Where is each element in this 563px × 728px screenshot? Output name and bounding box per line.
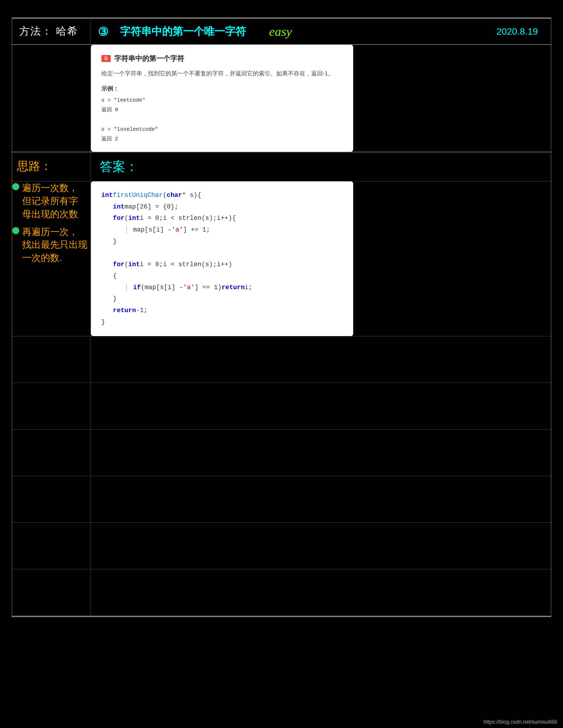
code-for-paren-2: ( xyxy=(124,259,128,271)
code-line-8: │ if (map[s[i] - 'a' ] == 1) return i; xyxy=(101,282,343,294)
example-2-result: 返回 2 xyxy=(101,134,343,144)
problem-card-cell: ☰ 字符串中的第一个字符 给定一个字符串，找到它的第一个不重复的字符，并返回它的… xyxy=(91,45,551,152)
empty-left-6 xyxy=(12,569,91,616)
code-star: * s){ xyxy=(182,190,201,201)
answer-label: 答案： xyxy=(100,158,542,175)
bullet-2 xyxy=(12,227,19,234)
code-line-11: } xyxy=(101,317,343,328)
code-return-i: i; xyxy=(245,282,252,294)
problem-icon: ☰ xyxy=(101,55,111,62)
code-line-empty xyxy=(101,247,343,259)
empty-right-1 xyxy=(91,336,551,383)
section-header-row: 思路： 答案： xyxy=(12,152,551,181)
problem-desc-row: ☰ 字符串中的第一个字符 给定一个字符串，找到它的第一个不重复的字符，并返回它的… xyxy=(12,45,551,152)
empty-left-3 xyxy=(12,430,91,476)
code-line-6: for ( int i = 0;i < strlen(s);i++) xyxy=(101,259,343,271)
page-container: 方法： 哈希 ③ 字符串中的第一个唯一字符 easy 2020.8.19 ☰ xyxy=(0,0,563,728)
code-char-a-1: 'a' xyxy=(172,224,183,236)
problem-card-title: 字符串中的第一个字符 xyxy=(114,53,184,64)
header-row: 方法： 哈希 ③ 字符串中的第一个唯一字符 easy 2020.8.19 xyxy=(12,19,551,45)
method-label: 方法： 哈希 xyxy=(19,24,84,38)
kw-func: firstUniqChar xyxy=(113,190,163,201)
content-row: 遍历一次数，但记录所有字母出现的次数 再遍历一次，找出最先只出现一次的数. in… xyxy=(12,181,551,336)
idea-point-2: 再遍历一次，找出最先只出现一次的数. xyxy=(12,225,91,264)
problem-card-header: ☰ 字符串中的第一个字符 xyxy=(101,53,343,64)
empty-right-5 xyxy=(91,523,551,569)
empty-right-4 xyxy=(91,476,551,523)
code-line-10: return -1; xyxy=(101,305,343,317)
idea-text-2: 再遍历一次，找出最先只出现一次的数. xyxy=(22,225,87,264)
idea-content-cell: 遍历一次数，但记录所有字母出现的次数 再遍历一次，找出最先只出现一次的数. xyxy=(12,181,91,336)
code-map-body-2: ] += 1; xyxy=(183,224,210,236)
empty-left-4 xyxy=(12,476,91,523)
example-2-code: s = "loveleetcode" xyxy=(101,125,343,134)
code-for-body-2: i = 0;i < strlen(s);i++) xyxy=(140,259,232,271)
empty-row-1 xyxy=(12,336,551,383)
example-1: s = "leetcode" 返回 0 xyxy=(101,96,343,114)
problem-title: 字符串中的第一个唯一字符 xyxy=(120,24,246,39)
main-table: 方法： 哈希 ③ 字符串中的第一个唯一字符 easy 2020.8.19 ☰ xyxy=(12,18,551,616)
left-empty-1 xyxy=(12,45,91,152)
idea-label: 思路： xyxy=(17,158,86,174)
kw-for-1: for xyxy=(113,213,125,224)
code-if-eq: ] == 1) xyxy=(195,282,221,294)
code-for-paren-1: ( xyxy=(124,213,128,224)
code-line-7: { xyxy=(101,270,343,282)
pipe-2: │ xyxy=(125,282,128,294)
kw-if: if xyxy=(133,282,141,294)
empty-right-6 xyxy=(91,569,551,616)
example-2: s = "loveleetcode" 返回 2 xyxy=(101,125,343,144)
empty-row-2 xyxy=(12,383,551,430)
title-cell: ③ 字符串中的第一个唯一字符 easy 2020.8.19 xyxy=(91,19,551,45)
code-block: int firstUniqChar ( char * s){ int map[2… xyxy=(91,181,353,336)
example-1-result: 返回 0 xyxy=(101,105,343,114)
code-line-9: } xyxy=(101,293,343,305)
kw-int-2: int xyxy=(113,201,125,213)
empty-left-5 xyxy=(12,523,91,569)
empty-row-4 xyxy=(12,476,551,523)
idea-point-1: 遍历一次数，但记录所有字母出现的次数 xyxy=(12,181,91,220)
code-for-body-1: i = 0;i < strlen(s);i++){ xyxy=(140,213,236,224)
method-cell: 方法： 哈希 xyxy=(12,19,91,45)
problem-card-desc: 给定一个字符串，找到它的第一个不重复的字符，并返回它的索引。如果不存在，返回-1… xyxy=(101,69,343,78)
empty-right-3 xyxy=(91,430,551,476)
code-brace-3: } xyxy=(113,293,117,305)
bullet-1 xyxy=(12,183,19,190)
empty-right-2 xyxy=(91,383,551,430)
kw-char: char xyxy=(167,190,182,201)
footer-url: https://blog.csdn.net/sumisu666 xyxy=(483,719,557,725)
example-1-code: s = "leetcode" xyxy=(101,96,343,105)
icon-label: ☰ xyxy=(104,55,108,62)
code-if-paren: (map[s[i] - xyxy=(141,282,183,294)
kw-return-2: return xyxy=(113,305,136,317)
code-brace-1: } xyxy=(113,236,117,248)
bottom-border xyxy=(12,616,551,617)
code-brace-main: } xyxy=(101,317,105,328)
code-line-4: │ map[s[i] - 'a' ] += 1; xyxy=(101,224,343,236)
empty-left-1 xyxy=(12,336,91,383)
idea-label-cell: 思路： xyxy=(12,152,91,181)
code-line-1: int firstUniqChar ( char * s){ xyxy=(101,190,343,201)
pipe-1: │ xyxy=(125,224,128,236)
code-line-2: int map[26] = {0}; xyxy=(101,201,343,213)
footer: https://blog.csdn.net/sumisu666 xyxy=(483,719,557,725)
idea-text-1: 遍历一次数，但记录所有字母出现的次数 xyxy=(22,181,78,220)
code-line-5: } xyxy=(101,236,343,248)
code-paren-1: ( xyxy=(163,190,167,201)
code-return-minus1: -1; xyxy=(136,305,148,317)
date-text: 2020.8.19 xyxy=(497,26,544,37)
empty-row-5 xyxy=(12,523,551,569)
difficulty-badge: easy xyxy=(269,24,292,39)
empty-left-2 xyxy=(12,383,91,430)
kw-int-1: int xyxy=(101,190,113,201)
examples-label: 示例： xyxy=(101,84,343,93)
code-map: map[26] = {0}; xyxy=(124,201,178,213)
problem-card: ☰ 字符串中的第一个字符 给定一个字符串，找到它的第一个不重复的字符，并返回它的… xyxy=(91,45,353,152)
empty-row-6 xyxy=(12,569,551,616)
problem-number: ③ xyxy=(98,25,108,38)
empty-row-3 xyxy=(12,430,551,476)
code-brace-2: { xyxy=(113,270,117,282)
kw-int-3: int xyxy=(128,213,140,224)
code-line-3: for ( int i = 0;i < strlen(s);i++){ xyxy=(101,213,343,224)
kw-int-4: int xyxy=(128,259,140,271)
